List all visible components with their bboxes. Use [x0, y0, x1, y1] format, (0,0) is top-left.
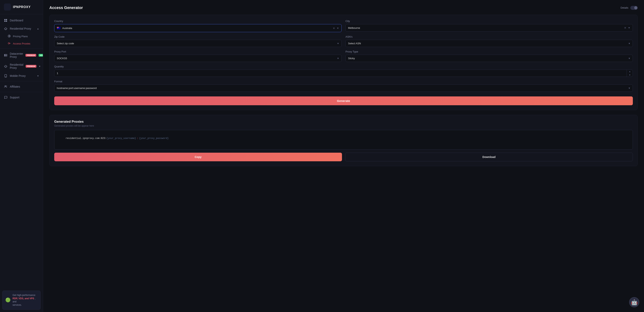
sidebar-item-residential-label: Residential Proxy — [10, 27, 31, 30]
proxy-port-select[interactable]: HTTP HTTPS SOCKS4 SOCKS5 — [54, 55, 342, 62]
sidebar-item-support-label: Support — [10, 96, 20, 99]
quantity-up-btn[interactable]: ▲ — [627, 70, 633, 73]
sidebar: 🧊 IPNPROXY Dashboard — [0, 0, 43, 312]
proxy-port-wrapper: HTTP HTTPS SOCKS4 SOCKS5 ▼ — [54, 55, 342, 62]
logo-text: IPNPROXY — [13, 5, 31, 9]
action-buttons: Copy Download — [54, 153, 633, 161]
sidebar-item-dashboard-label: Dashboard — [10, 19, 23, 22]
quantity-input-wrapper: ▲ ▼ — [54, 70, 633, 77]
main-content: Access Generator Details Country 🇦🇺 Aust… — [43, 0, 644, 312]
svg-point-10 — [5, 55, 5, 55]
sidebar-item-dashboard[interactable]: Dashboard — [0, 16, 43, 25]
sidebar-item-mobile-label: Mobile Proxy — [10, 74, 26, 77]
generate-button[interactable]: Generate — [54, 96, 633, 105]
proxy-host: residential.ipnproxy.com:823: — [66, 137, 106, 140]
chevron-down2-icon: ▼ — [39, 65, 41, 67]
divider-2 — [0, 81, 43, 81]
city-select[interactable]: Melbourne ✕ ▼ — [346, 24, 633, 32]
sidebar-item-datacenter[interactable]: Datacenter Proxy PREMIUM New ▼ — [0, 50, 43, 61]
output-title: Generated Proxies — [54, 120, 633, 124]
proxy-output: residential.ipnproxy.com:823:{your_proxy… — [54, 130, 633, 150]
asn-select[interactable]: Select ASN — [346, 40, 633, 47]
form-row-2: Zip Code Select zip code ▼ ASN's Select … — [54, 35, 633, 47]
divider-3 — [0, 92, 43, 92]
city-label: City — [346, 20, 633, 23]
logo-icon: 🧊 — [4, 4, 11, 11]
output-subtitle: Generated proxies will be appear here — [54, 124, 633, 127]
svg-rect-3 — [6, 19, 7, 20]
promo-text: Get high-performance RDP, VDS, and VPS ,… — [12, 293, 38, 307]
quantity-input[interactable] — [54, 70, 633, 77]
svg-rect-4 — [4, 21, 6, 22]
zip-label: Zip Code — [54, 35, 342, 38]
download-button[interactable]: Download — [345, 153, 633, 161]
asn-group: ASN's Select ASN ▼ — [346, 35, 633, 47]
key-icon — [8, 42, 10, 45]
zip-select-wrapper: Select zip code ▼ — [54, 40, 342, 47]
sidebar-item-residential2[interactable]: Residential Proxy PREMIUM ▼ — [0, 61, 43, 72]
proxy-password: {your_proxy_password} — [139, 137, 169, 140]
svg-rect-5 — [6, 21, 7, 22]
promo-icon: 🟢 — [5, 297, 10, 302]
server-icon — [4, 54, 8, 57]
proxy-type-select[interactable]: Rotating Sticky — [346, 55, 633, 62]
svg-point-11 — [5, 56, 5, 56]
premium-badge: PREMIUM — [26, 54, 36, 57]
quantity-down-btn[interactable]: ▼ — [627, 73, 633, 77]
country-value: Australia — [62, 27, 331, 30]
chevron-down3-icon: ▼ — [37, 75, 39, 77]
mobile-icon — [4, 74, 8, 78]
logo: 🧊 IPNPROXY — [0, 0, 43, 14]
sidebar-item-affiliates[interactable]: Affiliates — [0, 83, 43, 91]
proxy-sep: : — [137, 137, 138, 140]
country-chevron-icon: ▼ — [337, 27, 339, 30]
quantity-group: Quantity ▲ ▼ — [54, 65, 633, 77]
sidebar-item-residential2-label: Residential Proxy — [10, 63, 23, 69]
australia-flag: 🇦🇺 — [57, 26, 61, 30]
sidebar-item-access-label: Access Proxies — [13, 42, 30, 45]
sidebar-item-mobile[interactable]: Mobile Proxy ▼ — [0, 72, 43, 80]
details-toggle-switch[interactable] — [630, 6, 638, 10]
users-icon — [4, 85, 8, 88]
page-header: Access Generator Details — [49, 6, 638, 10]
chat-avatar[interactable]: 🤖 — [629, 297, 639, 307]
zip-group: Zip Code Select zip code ▼ — [54, 35, 342, 47]
sidebar-item-support[interactable]: Support — [0, 93, 43, 102]
sidebar-item-pricing-plans[interactable]: Pricing Plans — [0, 33, 43, 40]
sidebar-item-datacenter-label: Datacenter Proxy — [10, 52, 23, 58]
country-group: Country 🇦🇺 Australia ✕ ▼ — [54, 20, 342, 32]
promo-box[interactable]: 🟢 Get high-performance RDP, VDS, and VPS… — [2, 291, 40, 310]
zip-select[interactable]: Select zip code — [54, 40, 342, 47]
city-chevron-icon: ▼ — [628, 27, 630, 29]
sidebar-item-pricing-label: Pricing Plans — [13, 35, 28, 38]
copy-button[interactable]: Copy — [54, 153, 342, 161]
proxy-port-group: Proxy Port HTTP HTTPS SOCKS4 SOCKS5 ▼ — [54, 50, 342, 62]
svg-rect-0 — [4, 4, 11, 11]
generator-card: Country 🇦🇺 Australia ✕ ▼ City Melbourne … — [49, 15, 638, 110]
format-label: Format — [54, 80, 633, 83]
sidebar-nav: Dashboard Residential Proxy ▲ Pricing Pl… — [0, 14, 43, 288]
country-select[interactable]: 🇦🇺 Australia ✕ ▼ — [54, 24, 342, 32]
asn-label: ASN's — [346, 35, 633, 38]
svg-point-14 — [5, 86, 6, 87]
format-select[interactable]: hostname:port:username:password username… — [54, 85, 633, 92]
svg-point-7 — [8, 43, 10, 44]
proxy-type-group: Proxy Type Rotating Sticky ▼ — [346, 50, 633, 62]
svg-point-13 — [6, 77, 6, 77]
quantity-label: Quantity — [54, 65, 633, 68]
country-clear-btn[interactable]: ✕ — [333, 27, 335, 30]
premium-badge-2: PREMIUM — [26, 65, 36, 68]
svg-point-15 — [6, 86, 7, 86]
page-title: Access Generator — [49, 6, 83, 10]
sidebar-item-access-proxies[interactable]: Access Proxies — [0, 40, 43, 47]
form-row-1: Country 🇦🇺 Australia ✕ ▼ City Melbourne … — [54, 20, 633, 32]
layers2-icon — [4, 65, 8, 68]
proxy-type-label: Proxy Type — [346, 50, 633, 53]
sidebar-item-residential-proxy[interactable]: Residential Proxy ▲ — [0, 25, 43, 33]
sidebar-item-affiliates-label: Affiliates — [10, 85, 20, 88]
chevron-up-icon: ▲ — [37, 28, 39, 30]
new-badge: New — [38, 54, 43, 57]
form-row-3: Proxy Port HTTP HTTPS SOCKS4 SOCKS5 ▼ Pr… — [54, 50, 633, 62]
details-toggle[interactable]: Details — [620, 6, 638, 10]
city-clear-btn[interactable]: ✕ — [624, 26, 626, 29]
